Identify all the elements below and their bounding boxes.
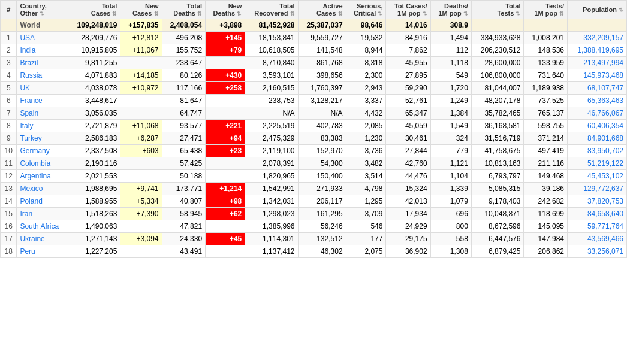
col-tests-1m[interactable]: Tests/1M pop ⇅ [524,1,568,19]
table-row: 2 India 10,915,805 +11,067 155,752 +79 1… [1,44,627,57]
country-link[interactable]: Russia [20,71,42,80]
row-country[interactable]: Peru [17,245,68,258]
col-num[interactable]: # [1,1,17,19]
country-link[interactable]: Ukraine [20,235,44,243]
world-total-cases: 109,248,019 [68,19,120,32]
row-total-tests: 28,600,000 [471,57,524,69]
row-total-recovered: 1,298,023 [245,208,298,220]
col-serious-critical[interactable]: Serious,Critical ⇅ [346,1,386,19]
country-link[interactable]: Poland [20,197,42,205]
col-total-recovered[interactable]: TotalRecovered ⇅ [245,1,298,19]
row-tests-1m: 731,640 [524,69,568,82]
row-total-deaths: 47,821 [162,220,206,233]
row-total-deaths: 40,807 [162,195,206,208]
sort-icon-total-recovered: ⇅ [290,11,295,17]
row-country[interactable]: USA [17,32,68,44]
row-total-cases: 3,056,035 [68,107,120,120]
row-country[interactable]: Germany [17,145,68,157]
col-deaths-1m[interactable]: Deaths/1M pop ⇅ [430,1,471,19]
row-total-recovered: 18,153,841 [245,32,298,44]
row-new-cases: +5,334 [120,195,162,208]
col-total-tests[interactable]: TotalTests ⇅ [471,1,524,19]
row-total-cases: 2,586,183 [68,132,120,145]
row-total-deaths: 24,330 [162,233,206,245]
row-country[interactable]: Turkey [17,132,68,145]
row-country[interactable]: Argentina [17,170,68,183]
country-link[interactable]: Turkey [20,134,41,142]
row-country[interactable]: Iran [17,208,68,220]
row-num: 16 [1,220,17,233]
row-total-deaths: 93,577 [162,120,206,132]
col-new-cases[interactable]: NewCases ⇅ [120,1,162,19]
row-num: 12 [1,170,17,183]
row-new-cases [120,57,162,69]
row-new-cases: +11,068 [120,120,162,132]
row-total-cases: 4,071,883 [68,69,120,82]
row-country[interactable]: Mexico [17,183,68,195]
row-country[interactable]: Brazil [17,57,68,69]
row-tests-1m: 1,189,938 [524,82,568,95]
row-new-deaths: +62 [206,208,245,220]
col-country[interactable]: Country,Other ⇅ [17,1,68,19]
row-tests-1m: 118,699 [524,208,568,220]
country-link[interactable]: Germany [20,147,49,155]
world-deaths-1m: 308.9 [430,19,471,32]
row-country[interactable]: UK [17,82,68,95]
country-link[interactable]: South Africa [20,222,59,230]
row-population: 1,388,419,695 [568,44,627,57]
col-new-deaths[interactable]: NewDeaths ⇅ [206,1,245,19]
row-new-cases: +3,094 [120,233,162,245]
country-link[interactable]: Italy [20,122,33,130]
row-serious-critical: 2,943 [346,82,386,95]
country-link[interactable]: Brazil [20,59,38,67]
world-total-recovered: 81,452,928 [245,19,298,32]
row-country[interactable]: South Africa [17,220,68,233]
row-deaths-1m: 1,308 [430,245,471,258]
table-row: 4 Russia 4,071,883 +14,185 80,126 +430 3… [1,69,627,82]
row-total-recovered: 1,820,965 [245,170,298,183]
world-num [1,19,17,32]
country-link[interactable]: UK [20,84,30,92]
row-new-cases: +14,185 [120,69,162,82]
row-country[interactable]: Italy [17,120,68,132]
country-link[interactable]: Peru [20,247,35,256]
row-active-cases: 402,783 [298,120,346,132]
sort-icon-active-cases: ⇅ [338,11,343,17]
row-tot-cases-1m: 30,461 [386,132,430,145]
row-serious-critical: 3,482 [346,157,386,170]
country-link[interactable]: Iran [20,210,32,218]
col-total-deaths[interactable]: TotalDeaths ⇅ [162,1,206,19]
row-country[interactable]: Russia [17,69,68,82]
row-new-cases: +603 [120,145,162,157]
sort-icon-population: ⇅ [619,7,623,13]
row-total-recovered: 10,618,505 [245,44,298,57]
row-new-cases [120,157,162,170]
row-country[interactable]: Colombia [17,157,68,170]
col-active-cases[interactable]: ActiveCases ⇅ [298,1,346,19]
country-link[interactable]: Spain [20,109,38,117]
country-link[interactable]: Colombia [20,159,50,168]
row-new-deaths [206,220,245,233]
row-new-cases: +6,287 [120,132,162,145]
row-serious-critical: 19,532 [346,32,386,44]
row-total-tests: 6,879,425 [471,245,524,258]
row-population: 37,820,753 [568,195,627,208]
country-link[interactable]: France [20,96,42,105]
country-link[interactable]: India [20,46,35,54]
row-total-recovered: 2,119,100 [245,145,298,157]
country-link[interactable]: USA [20,34,35,42]
row-total-deaths: 43,491 [162,245,206,258]
row-tests-1m: 211,116 [524,157,568,170]
row-serious-critical: 2,085 [346,120,386,132]
row-country[interactable]: Poland [17,195,68,208]
col-population[interactable]: Population ⇅ [568,1,627,19]
country-link[interactable]: Argentina [20,172,50,180]
row-total-deaths: 81,647 [162,95,206,107]
col-total-cases[interactable]: TotalCases ⇅ [68,1,120,19]
row-country[interactable]: Spain [17,107,68,120]
country-link[interactable]: Mexico [20,184,43,193]
row-country[interactable]: India [17,44,68,57]
row-country[interactable]: Ukraine [17,233,68,245]
row-country[interactable]: France [17,95,68,107]
col-tot-cases-1m[interactable]: Tot Cases/1M pop ⇅ [386,1,430,19]
